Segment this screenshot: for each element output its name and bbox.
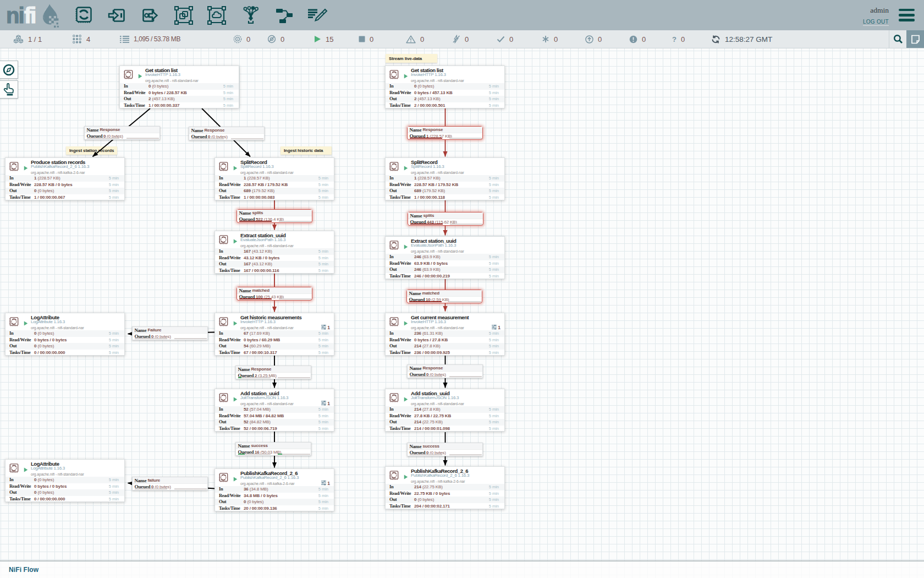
svg-text:ni: ni <box>6 3 24 28</box>
svg-text:fi: fi <box>24 3 35 28</box>
